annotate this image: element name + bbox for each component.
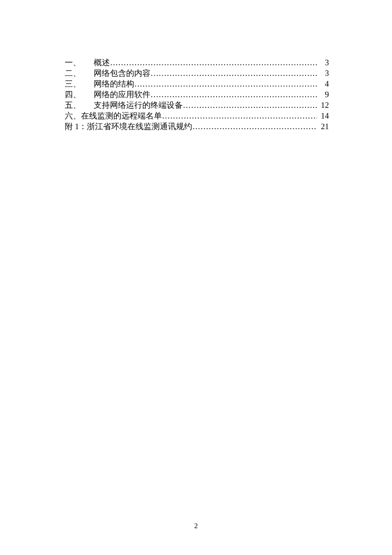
toc-leader-dots — [150, 89, 317, 100]
toc-title: 在线监测的远程端名单 — [81, 110, 162, 121]
toc-entry: 一、 概述 3 — [65, 57, 329, 68]
toc-page-number: 9 — [317, 89, 329, 100]
toc-page-number: 14 — [317, 110, 329, 121]
toc-entry: 三、 网络的结构 4 — [65, 78, 329, 89]
toc-leader-dots — [162, 110, 317, 121]
toc-page-number: 4 — [317, 78, 329, 89]
table-of-contents: 一、 概述 3 二、 网络包含的内容 3 三、 网络的结构 4 四、 网络的应用… — [65, 57, 329, 132]
toc-number: 五、 — [65, 100, 81, 110]
toc-title: 网络的结构 — [94, 78, 134, 89]
toc-page-number: 3 — [317, 68, 329, 78]
toc-number: 六、 — [65, 110, 81, 121]
toc-entry: 六、 在线监测的远程端名单 14 — [65, 110, 329, 121]
toc-number: 二、 — [65, 68, 81, 78]
toc-leader-dots — [192, 121, 317, 132]
toc-leader-dots — [134, 78, 317, 89]
toc-title: 网络的应用软件 — [94, 89, 150, 100]
toc-leader-dots — [110, 57, 317, 68]
toc-page-number: 12 — [317, 100, 329, 110]
page-number: 2 — [0, 522, 392, 530]
toc-entry: 二、 网络包含的内容 3 — [65, 68, 329, 78]
toc-title: 概述 — [94, 57, 110, 68]
toc-page-number: 21 — [317, 121, 329, 132]
toc-leader-dots — [150, 68, 317, 78]
toc-title: 网络包含的内容 — [94, 68, 150, 78]
toc-number: 三、 — [65, 78, 81, 89]
toc-title: 支持网络运行的终端设备 — [94, 100, 183, 110]
toc-entry: 五、 支持网络运行的终端设备 12 — [65, 100, 329, 110]
toc-number: 附 1： — [65, 121, 87, 132]
toc-number: 一、 — [65, 57, 81, 68]
toc-title: 浙江省环境在线监测通讯规约 — [87, 121, 192, 132]
toc-leader-dots — [183, 100, 317, 110]
toc-number: 四、 — [65, 89, 81, 100]
toc-entry: 附 1： 浙江省环境在线监测通讯规约 21 — [65, 121, 329, 132]
toc-page-number: 3 — [317, 57, 329, 68]
toc-entry: 四、 网络的应用软件 9 — [65, 89, 329, 100]
